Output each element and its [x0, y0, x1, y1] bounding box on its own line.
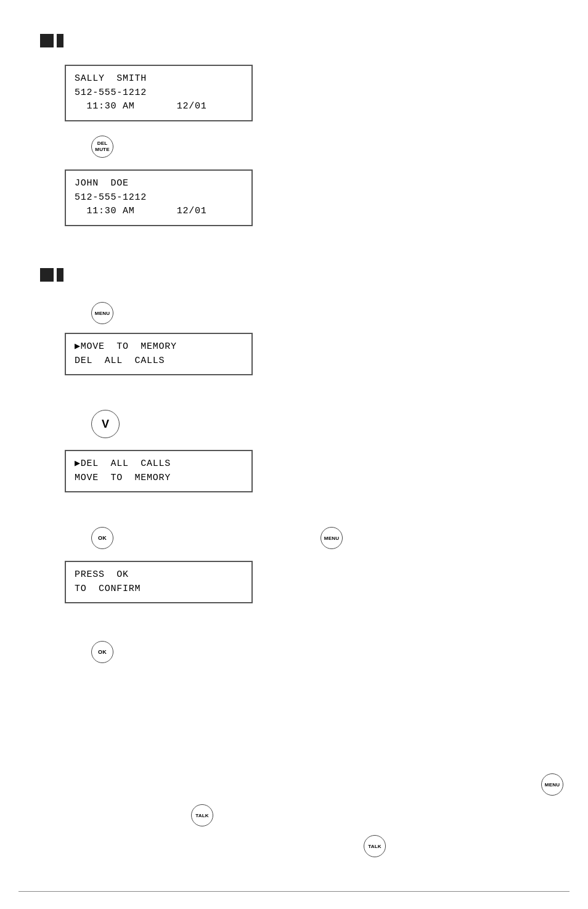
lcd2-line1: JOHN DOE: [75, 177, 243, 191]
rect-icon: [57, 34, 63, 47]
lcd-screen-1: SALLY SMITH 512-555-1212 11:30 AM 12/01: [65, 65, 253, 121]
lcd3-arrow: ▶: [75, 341, 81, 352]
lcd1-line3: 11:30 AM 12/01: [75, 100, 243, 114]
del-mute-label: DEL MUTE: [95, 141, 109, 152]
lcd3-line1: ▶MOVE TO MEMORY: [75, 340, 243, 354]
menu-label-2: MENU: [324, 536, 339, 541]
lcd3-line2: DEL ALL CALLS: [75, 354, 243, 369]
lcd-screen-2: JOHN DOE 512-555-1212 11:30 AM 12/01: [65, 169, 253, 226]
ok-button-2[interactable]: OK: [91, 641, 113, 663]
menu-button-2[interactable]: MENU: [321, 527, 343, 549]
lcd4-line1: ▶DEL ALL CALLS: [75, 457, 243, 471]
lcd-screen-3: ▶MOVE TO MEMORY DEL ALL CALLS: [65, 333, 253, 375]
menu-label-1: MENU: [95, 311, 110, 316]
lcd-screen-4: ▶DEL ALL CALLS MOVE TO MEMORY: [65, 450, 253, 492]
lcd1-line2: 512-555-1212: [75, 86, 243, 100]
talk-button-2[interactable]: TALK: [364, 835, 386, 857]
menu-button-3[interactable]: MENU: [541, 773, 563, 796]
v-label: V: [102, 418, 109, 431]
lcd2-line3: 11:30 AM 12/01: [75, 205, 243, 219]
square-icon: [40, 34, 54, 47]
lcd4-arrow: ▶: [75, 459, 81, 469]
menu-label-3: MENU: [545, 782, 560, 788]
lcd1-line1: SALLY SMITH: [75, 72, 243, 86]
menu-button-1[interactable]: MENU: [91, 302, 113, 324]
ok-label-2: OK: [98, 649, 107, 655]
square-icon-2: [40, 268, 54, 282]
lcd2-line2: 512-555-1212: [75, 191, 243, 205]
ok-label-1: OK: [98, 535, 107, 541]
talk-button-1[interactable]: TALK: [191, 804, 213, 826]
rect-icon-2: [57, 268, 63, 282]
lcd4-line2: MOVE TO MEMORY: [75, 471, 243, 486]
indicators-2: [40, 268, 63, 282]
lcd5-line1: PRESS OK: [75, 568, 243, 582]
talk-label-1: TALK: [195, 813, 208, 818]
ok-button-1[interactable]: OK: [91, 527, 113, 549]
indicators-1: [40, 34, 63, 47]
del-mute-button[interactable]: DEL MUTE: [91, 136, 113, 158]
lcd5-line2: TO CONFIRM: [75, 582, 243, 597]
v-button[interactable]: V: [91, 410, 120, 438]
talk-label-2: TALK: [368, 844, 381, 849]
lcd-screen-5: PRESS OK TO CONFIRM: [65, 561, 253, 603]
bottom-divider: [18, 891, 570, 892]
